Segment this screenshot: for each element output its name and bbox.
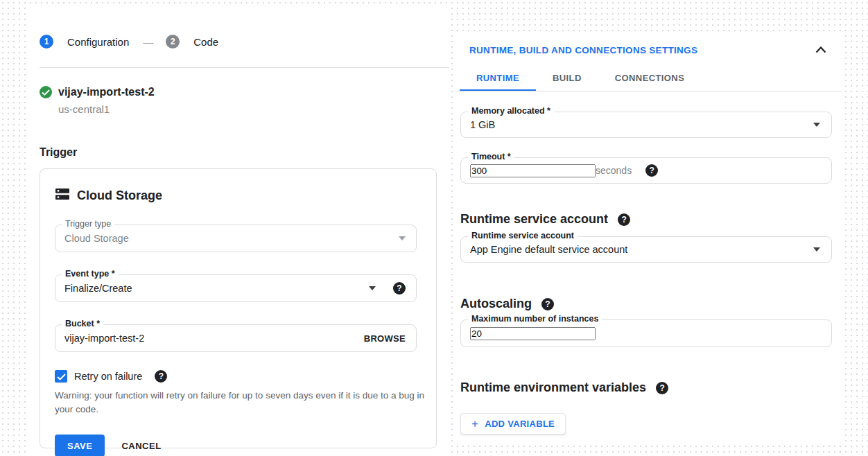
- step-2-badge[interactable]: 2: [166, 35, 180, 49]
- runtime-service-account-help-icon[interactable]: [618, 213, 630, 226]
- page-canvas: 1 Configuration — 2 Code vijay-import-te…: [0, 0, 868, 456]
- retry-help-icon[interactable]: [155, 370, 167, 383]
- tab-runtime[interactable]: RUNTIME: [460, 67, 536, 91]
- step-separator: —: [143, 36, 153, 48]
- env-vars-heading: Runtime environment variables: [460, 380, 646, 395]
- trigger-type-value: Cloud Storage: [64, 233, 399, 244]
- stepper: 1 Configuration — 2 Code: [40, 35, 449, 49]
- runtime-service-account-value: App Engine default service account: [470, 244, 813, 255]
- autoscaling-heading-row: Autoscaling: [460, 297, 832, 311]
- configuration-panel: 1 Configuration — 2 Code vijay-import-te…: [28, 6, 449, 456]
- settings-collapse-header[interactable]: RUNTIME, BUILD AND CONNECTIONS SETTINGS: [455, 33, 842, 67]
- event-type-field[interactable]: Event type * Finalize/Create: [55, 274, 417, 302]
- cloud-storage-icon: [55, 188, 70, 203]
- env-vars-help-icon[interactable]: [656, 382, 668, 394]
- timeout-label: Timeout *: [468, 152, 514, 161]
- tab-connections[interactable]: CONNECTIONS: [598, 67, 701, 91]
- event-type-value: Finalize/Create: [64, 283, 369, 294]
- autoscaling-help-icon[interactable]: [541, 298, 554, 310]
- timeout-field: Timeout * seconds: [460, 157, 832, 184]
- tab-build[interactable]: BUILD: [536, 67, 598, 91]
- max-instances-label: Maximum number of instances: [468, 314, 602, 324]
- step-2[interactable]: 2 Code: [166, 35, 218, 49]
- settings-tabs: RUNTIME BUILD CONNECTIONS: [455, 67, 842, 91]
- stepper-divider: [40, 67, 449, 68]
- memory-allocated-value: 1 GiB: [470, 119, 813, 130]
- timeout-suffix: seconds: [596, 165, 632, 176]
- browse-button[interactable]: BROWSE: [364, 333, 406, 344]
- add-variable-button[interactable]: ADD VARIABLE: [460, 413, 566, 435]
- chevron-down-icon: [399, 236, 406, 240]
- function-name: vijay-import-test-2: [58, 86, 155, 98]
- save-button[interactable]: SAVE: [55, 435, 105, 456]
- runtime-service-account-heading: Runtime service account: [460, 212, 608, 227]
- timeout-input[interactable]: [470, 164, 596, 177]
- retry-label: Retry on failure: [74, 371, 142, 382]
- trigger-card: Cloud Storage Trigger type Cloud Storage…: [40, 168, 437, 448]
- check-circle-icon: [40, 86, 52, 98]
- step-1-label[interactable]: Configuration: [67, 36, 129, 48]
- runtime-service-account-heading-row: Runtime service account: [460, 212, 832, 227]
- trigger-type-field: Trigger type Cloud Storage: [55, 225, 417, 252]
- env-vars-heading-row: Runtime environment variables: [460, 380, 832, 395]
- chevron-down-icon: [813, 247, 820, 252]
- step-1-badge[interactable]: 1: [40, 35, 53, 49]
- timeout-help-icon[interactable]: [645, 164, 658, 177]
- runtime-service-account-field[interactable]: Runtime service account App Engine defau…: [460, 236, 832, 263]
- retry-row: Retry on failure: [55, 370, 436, 383]
- retry-checkbox[interactable]: [55, 370, 67, 383]
- bucket-field: Bucket * BROWSE: [55, 324, 417, 352]
- trigger-card-title-row: Cloud Storage: [55, 188, 436, 203]
- max-instances-input[interactable]: [470, 327, 596, 340]
- bucket-input[interactable]: [64, 333, 364, 344]
- bucket-label: Bucket *: [62, 319, 103, 328]
- max-instances-field: Maximum number of instances: [460, 319, 832, 347]
- add-variable-label: ADD VARIABLE: [485, 419, 555, 429]
- plus-icon: [471, 418, 478, 430]
- function-name-row: vijay-import-test-2: [40, 86, 449, 98]
- retry-warning-text: Warning: your function will retry on fai…: [55, 389, 429, 416]
- chevron-down-icon: [369, 286, 376, 290]
- runtime-settings-panel: RUNTIME, BUILD AND CONNECTIONS SETTINGS …: [455, 33, 842, 444]
- trigger-card-title: Cloud Storage: [77, 188, 162, 203]
- runtime-service-account-label: Runtime service account: [468, 231, 578, 240]
- chevron-down-icon: [813, 123, 820, 127]
- trigger-type-label: Trigger type: [62, 219, 114, 229]
- autoscaling-heading: Autoscaling: [460, 297, 532, 311]
- runtime-tab-content: Memory allocated * 1 GiB Timeout * secon…: [455, 112, 842, 435]
- cancel-button[interactable]: CANCEL: [121, 441, 161, 451]
- trigger-card-actions: SAVE CANCEL: [55, 435, 436, 456]
- function-region: us-central1: [58, 103, 449, 115]
- step-2-label[interactable]: Code: [193, 36, 218, 48]
- event-type-label: Event type *: [62, 269, 119, 279]
- settings-header-title: RUNTIME, BUILD AND CONNECTIONS SETTINGS: [469, 45, 815, 55]
- trigger-section-heading: Trigger: [40, 146, 449, 159]
- chevron-up-icon[interactable]: [815, 44, 826, 56]
- event-type-help-icon[interactable]: [393, 282, 406, 295]
- memory-allocated-field[interactable]: Memory allocated * 1 GiB: [460, 112, 832, 138]
- memory-allocated-label: Memory allocated *: [468, 106, 554, 116]
